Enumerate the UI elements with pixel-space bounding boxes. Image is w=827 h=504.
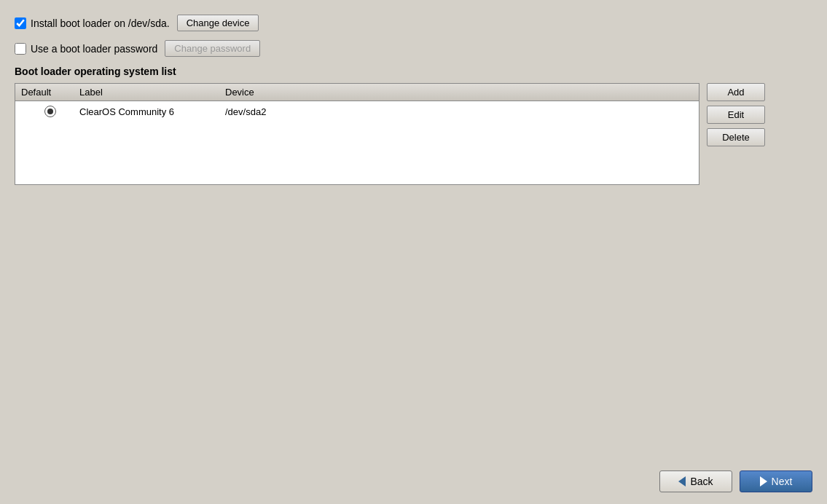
next-label: Next xyxy=(772,476,793,487)
col-header-label: Label xyxy=(79,87,225,98)
bottom-bar: Back Next xyxy=(645,459,827,504)
change-password-button[interactable]: Change password xyxy=(165,40,260,57)
section-title: Boot loader operating system list xyxy=(15,66,812,77)
change-device-button[interactable]: Change device xyxy=(177,15,259,31)
side-buttons: Add Edit Delete xyxy=(707,83,765,146)
next-button[interactable]: Next xyxy=(740,470,812,492)
os-table: Default Label Device ClearOS Community 6… xyxy=(15,83,699,185)
main-content: Install boot loader on /dev/sda. Change … xyxy=(0,0,827,185)
table-area: Default Label Device ClearOS Community 6… xyxy=(15,83,812,185)
arrow-left-icon xyxy=(678,476,686,487)
col-header-default: Default xyxy=(21,87,79,98)
col-header-device: Device xyxy=(225,87,693,98)
install-bootloader-checkbox[interactable] xyxy=(15,17,26,29)
back-button[interactable]: Back xyxy=(659,470,732,492)
row-label: ClearOS Community 6 xyxy=(79,106,225,117)
row-device: /dev/sda2 xyxy=(225,106,693,117)
arrow-right-icon xyxy=(760,476,767,487)
boot-password-text: Use a boot loader password xyxy=(31,43,157,55)
table-header: Default Label Device xyxy=(15,84,699,101)
row-default-radio[interactable] xyxy=(21,106,79,117)
install-bootloader-label[interactable]: Install boot loader on /dev/sda. xyxy=(15,17,170,29)
table-row[interactable]: ClearOS Community 6 /dev/sda2 xyxy=(15,101,699,122)
install-bootloader-text: Install boot loader on /dev/sda. xyxy=(31,17,170,29)
delete-button[interactable]: Delete xyxy=(707,128,765,146)
boot-password-label[interactable]: Use a boot loader password xyxy=(15,43,157,55)
add-button[interactable]: Add xyxy=(707,83,765,101)
back-label: Back xyxy=(690,476,713,487)
next-icon xyxy=(760,476,767,487)
boot-password-checkbox[interactable] xyxy=(15,43,26,55)
boot-password-row: Use a boot loader password Change passwo… xyxy=(15,40,812,57)
radio-selected[interactable] xyxy=(44,106,56,117)
edit-button[interactable]: Edit xyxy=(707,106,765,124)
back-icon xyxy=(678,476,686,487)
install-bootloader-row: Install boot loader on /dev/sda. Change … xyxy=(15,15,812,31)
